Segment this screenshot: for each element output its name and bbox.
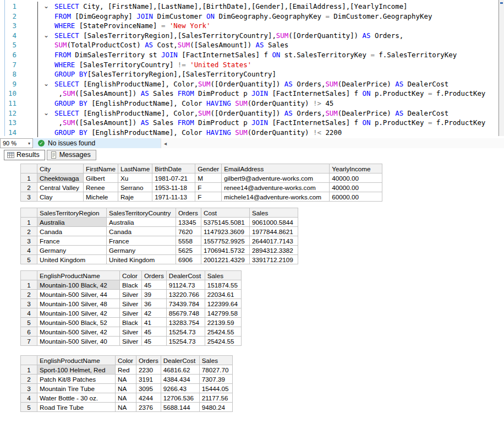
grid-cell[interactable]: 7620 [176, 227, 201, 236]
grid-cell[interactable]: 45 [142, 337, 167, 346]
grid-corner[interactable] [21, 208, 37, 218]
fold-collapse-icon[interactable]: ⌄ [38, 79, 54, 89]
grid-cell[interactable]: 9266.43 [161, 384, 199, 393]
grid-cell[interactable]: Mountain-500 Silver, 42 [37, 327, 120, 337]
column-header[interactable]: LastName [118, 164, 152, 173]
grid-cell[interactable]: 2001221.4329 [201, 255, 250, 264]
grid-cell[interactable]: M [195, 173, 222, 183]
grid-cell[interactable]: 5375145.5081 [201, 218, 250, 227]
grid-cell[interactable]: 15254.73 [166, 337, 205, 346]
column-header[interactable]: Color [116, 356, 136, 365]
grid-cell[interactable]: 21177.56 [199, 393, 232, 403]
code-line[interactable]: 13 ,SUM([SalesAmount]) AS Sales FROM Dim… [0, 118, 504, 128]
grid-cell[interactable]: 3391712.2109 [250, 255, 298, 264]
grid-cell[interactable]: Silver [120, 337, 142, 346]
grid-cell[interactable]: michele14@adventure-works.com [222, 192, 330, 202]
row-header[interactable]: 2 [21, 290, 37, 299]
grid-cell[interactable]: 39 [142, 290, 167, 299]
grid-corner[interactable] [21, 356, 37, 365]
editor-vertical-scrollbar[interactable] [498, 0, 504, 136]
column-header[interactable]: EnglishProductName [37, 271, 120, 280]
grid-cell[interactable]: 13345 [176, 218, 201, 227]
code-line[interactable]: 5SUM(TotalProductCost) AS Cost,SUM([Sale… [0, 40, 504, 50]
grid-cell[interactable]: Black [120, 318, 142, 327]
grid-cell[interactable]: NA [116, 375, 136, 384]
grid-cell[interactable]: Mountain-500 Silver, 40 [37, 337, 120, 346]
code-line[interactable]: 3WHERE [StateProvinceName] = 'New York' [0, 21, 504, 31]
grid-cell[interactable]: Silver [120, 290, 142, 299]
grid-cell[interactable]: Road Tire Tube [37, 403, 116, 412]
grid-cell[interactable]: Water Bottle - 30 oz. [37, 393, 116, 403]
row-header[interactable]: 1 [21, 218, 37, 227]
grid-cell[interactable]: 1981-07-21 [152, 173, 195, 183]
grid-cell[interactable]: 15254.73 [166, 327, 205, 337]
grid-cell[interactable]: 2644017.7143 [250, 236, 298, 246]
row-header[interactable]: 3 [21, 236, 37, 246]
grid-cell[interactable]: Canada [107, 227, 176, 236]
grid-cell[interactable]: 1706941.5732 [201, 246, 250, 255]
grid-cell[interactable]: Australia [37, 218, 107, 227]
grid-cell[interactable]: 13283.754 [166, 318, 205, 327]
grid-cell[interactable]: Central Valley [37, 183, 84, 192]
grid-cell[interactable]: 151874.55 [205, 280, 241, 290]
row-header[interactable]: 2 [21, 183, 37, 192]
column-header[interactable]: YearlyIncome [330, 164, 382, 173]
grid-cell[interactable]: 12706.536 [161, 393, 199, 403]
code-line[interactable]: 11GROUP BY [EnglishProductName], Color H… [0, 99, 504, 109]
grid-cell[interactable]: Serrano [118, 183, 152, 192]
grid-cell[interactable]: 4244 [136, 393, 161, 403]
grid-cell[interactable]: 2230 [136, 365, 161, 375]
code-line[interactable]: 10 ,SUM([SalesAmount]) AS Sales FROM Dim… [0, 89, 504, 99]
horizontal-scrollbar[interactable]: ◂ [161, 138, 504, 148]
grid-cell[interactable]: 36 [142, 299, 167, 308]
column-header[interactable]: City [37, 164, 84, 173]
code-line[interactable]: 6FROM DimSalesTerritory st JOIN [FactInt… [0, 50, 504, 60]
column-header[interactable]: SalesTerritoryRegion [37, 208, 107, 218]
grid-cell[interactable]: 15444.05 [199, 384, 232, 393]
grid-cell[interactable]: 91124.73 [166, 280, 205, 290]
grid-cell[interactable]: Sport-100 Helmet, Red [37, 365, 116, 375]
grid-cell[interactable]: 46816.62 [161, 365, 199, 375]
code-line[interactable]: 14GROUP BY [EnglishProductName], Color H… [0, 128, 504, 138]
grid-cell[interactable]: Mountain-100 Silver, 42 [37, 308, 120, 318]
column-header[interactable]: Orders [136, 356, 161, 365]
grid-cell[interactable]: 42 [142, 308, 167, 318]
grid-cell[interactable]: Renee [84, 183, 118, 192]
grid-cell[interactable]: 7307.39 [199, 375, 232, 384]
grid-cell[interactable]: 13220.766 [166, 290, 205, 299]
grid-cell[interactable]: Germany [37, 246, 107, 255]
column-header[interactable]: Gender [195, 164, 222, 173]
scroll-left-icon[interactable]: ◂ [164, 140, 167, 147]
grid-cell[interactable]: 85679.748 [166, 308, 205, 318]
grid-cell[interactable]: 6906 [176, 255, 201, 264]
grid-cell[interactable]: NA [116, 393, 136, 403]
grid-cell[interactable]: Michele [84, 192, 118, 202]
row-header[interactable]: 3 [21, 299, 37, 308]
column-header[interactable]: DealerCost [161, 356, 199, 365]
grid-cell[interactable]: Xu [118, 173, 152, 183]
grid-cell[interactable]: 1953-11-18 [152, 183, 195, 192]
column-header[interactable]: EnglishProductName [37, 356, 116, 365]
grid-cell[interactable]: 1971-11-13 [152, 192, 195, 202]
grid-corner[interactable] [21, 164, 37, 173]
grid-cell[interactable]: Canada [37, 227, 107, 236]
row-header[interactable]: 4 [21, 393, 37, 403]
column-header[interactable]: SalesTerritoryCountry [107, 208, 176, 218]
code-line[interactable]: 12⌄SELECT [EnglishProductName], Color,SU… [0, 109, 504, 118]
grid-cell[interactable]: 3191 [136, 375, 161, 384]
grid-cell[interactable]: Silver [120, 308, 142, 318]
grid-cell[interactable]: Mountain-500 Silver, 44 [37, 290, 120, 299]
code-line[interactable]: 1⌄SELECT City, [FirstName],[LastName],[B… [0, 2, 504, 12]
grid-cell[interactable]: gilbert9@adventure-works.com [222, 173, 330, 183]
grid-cell[interactable]: 5688.144 [161, 403, 199, 412]
grid-cell[interactable]: France [37, 236, 107, 246]
code-line[interactable]: 9⌄SELECT [EnglishProductName], Color,SUM… [0, 79, 504, 89]
grid-cell[interactable]: 1557752.9925 [201, 236, 250, 246]
row-header[interactable]: 3 [21, 384, 37, 393]
row-header[interactable]: 4 [21, 308, 37, 318]
row-header[interactable]: 1 [21, 365, 37, 375]
code-line[interactable]: 7WHERE [SalesTerritoryCountry] != 'Unite… [0, 60, 504, 70]
grid-cell[interactable]: 60000.00 [330, 192, 382, 202]
grid-cell[interactable]: 2894312.3382 [250, 246, 298, 255]
grid-cell[interactable]: 142799.58 [205, 308, 241, 318]
